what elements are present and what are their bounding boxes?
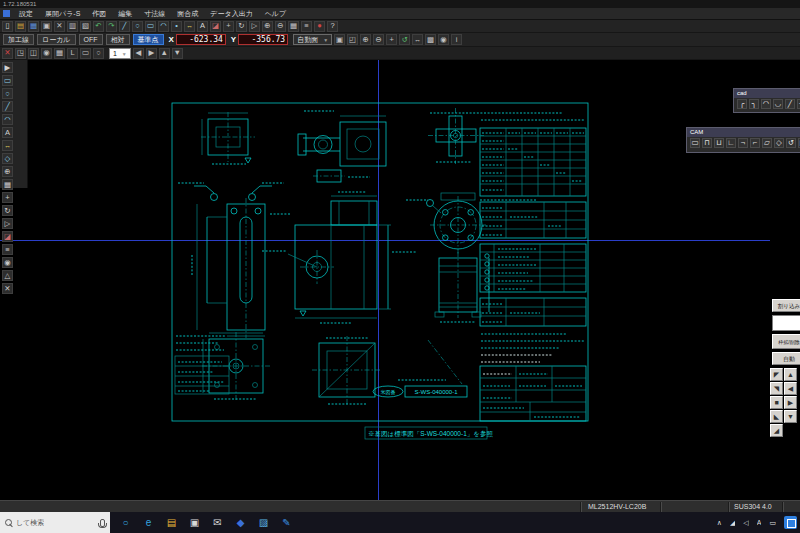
tray-ime-icon[interactable]: A — [757, 519, 762, 526]
delete-icon[interactable]: ✕ — [2, 48, 13, 59]
x-coordinate-field[interactable]: -623.34 — [176, 34, 226, 45]
y-coordinate-field[interactable]: -356.73 — [238, 34, 288, 45]
cad-panel-title[interactable]: cad — [734, 89, 800, 98]
datum-icon[interactable]: △ — [2, 270, 13, 281]
menu-dimension[interactable]: 寸法線 — [138, 8, 171, 19]
local-button[interactable]: ローカル — [37, 34, 76, 45]
camera-icon[interactable]: ◉ — [438, 34, 449, 45]
copy-icon[interactable]: ▥ — [67, 21, 78, 32]
redraw-icon[interactable]: ↺ — [399, 34, 410, 45]
notch-down-icon[interactable]: ⊔ — [714, 138, 724, 148]
dimension-icon[interactable]: ↔ — [184, 21, 195, 32]
tray-chevron-icon[interactable]: ∧ — [717, 519, 722, 526]
corner2-icon[interactable]: ¬ — [738, 138, 748, 148]
pad-center-icon[interactable]: ■ — [770, 396, 783, 409]
zoom-out-icon[interactable]: ⊖ — [275, 21, 286, 32]
drawing-canvas[interactable]: 米図番 S-WS-040000-1 ※基図は標準図「S-WS-040000-1」… — [0, 60, 800, 500]
print-icon[interactable]: ▣ — [41, 21, 52, 32]
pad-up-left-icon[interactable]: ◤ — [770, 368, 783, 381]
taskbar-pen-icon[interactable]: ✎ — [275, 512, 298, 533]
zoom-window-icon[interactable]: ◰ — [347, 34, 358, 45]
cam-panel-title[interactable]: CAM — [687, 128, 800, 137]
action-center-icon[interactable] — [784, 516, 797, 529]
redo-icon[interactable]: ↷ — [106, 21, 117, 32]
pad-down-icon[interactable]: ▼ — [784, 410, 797, 423]
select-mode-icon[interactable]: ▭ — [80, 48, 91, 59]
save-icon[interactable]: ▦ — [28, 21, 39, 32]
menu-data-io[interactable]: データ入出力 — [204, 8, 258, 19]
line-tool-icon[interactable]: ╱ — [119, 21, 130, 32]
snap-end-icon[interactable]: ◳ — [15, 48, 26, 59]
text-tool-icon[interactable]: A — [197, 21, 208, 32]
tray-volume-icon[interactable]: ◁ — [743, 519, 748, 526]
scale-combo[interactable]: 1 ▼ — [109, 48, 131, 59]
arc-down-icon[interactable]: ◡ — [773, 99, 783, 109]
menu-help[interactable]: ヘルプ — [259, 8, 293, 19]
frame-zoom-delete-button[interactable]: 枠拡/削除 — [772, 334, 800, 349]
pad-up-right-icon[interactable]: ◥ — [770, 382, 783, 395]
rect-tool-icon[interactable]: ▭ — [145, 21, 156, 32]
fit-view-icon[interactable]: ▣ — [334, 34, 345, 45]
mirror-icon[interactable]: ▷ — [249, 21, 260, 32]
side-list-box[interactable] — [772, 315, 800, 331]
zoom-in-icon[interactable]: ⊕ — [262, 21, 273, 32]
pad-down-left-icon[interactable]: ◣ — [770, 410, 783, 423]
grid-icon[interactable]: ▦ — [288, 21, 299, 32]
circle-tool-icon[interactable]: ○ — [132, 21, 143, 32]
pad-left-icon[interactable]: ◀ — [784, 382, 797, 395]
open-file-icon[interactable]: ▤ — [15, 21, 26, 32]
point-tool-icon[interactable]: • — [171, 21, 182, 32]
curve-tr-icon[interactable]: ╮ — [749, 99, 759, 109]
arc-icon[interactable]: ◠ — [2, 114, 13, 125]
menu-face-compose[interactable]: 面合成 — [171, 8, 204, 19]
rotate-icon[interactable]: ↻ — [236, 21, 247, 32]
arc-tool-icon[interactable]: ◠ — [158, 21, 169, 32]
notch-up-icon[interactable]: ⊓ — [702, 138, 712, 148]
taskbar-search-box[interactable]: して検索 — [0, 512, 110, 533]
pan-icon[interactable]: + — [386, 34, 397, 45]
pad-up-icon[interactable]: ▲ — [784, 368, 797, 381]
delete-icon[interactable]: ✕ — [2, 283, 13, 294]
ortho-icon[interactable]: L — [67, 48, 78, 59]
interrupt-button[interactable]: 割り込み — [772, 299, 800, 312]
dim-icon[interactable]: ↔ — [2, 140, 13, 151]
surface-mode-combo[interactable]: 自動面 ▼ — [293, 34, 332, 45]
layer-icon[interactable]: ≡ — [301, 21, 312, 32]
center-icon[interactable]: ◉ — [2, 257, 13, 268]
taskbar-mail-icon[interactable]: ✉ — [206, 512, 229, 533]
snap-mid-icon[interactable]: ◫ — [28, 48, 39, 59]
move-icon[interactable]: + — [2, 192, 13, 203]
slot-icon[interactable]: ▱ — [762, 138, 772, 148]
menu-unfold[interactable]: 展開パラ-S — [39, 8, 86, 19]
tray-battery-icon[interactable]: ▭ — [769, 519, 776, 526]
mark-red-icon[interactable]: ● — [314, 21, 325, 32]
corner3-icon[interactable]: ⌐ — [750, 138, 760, 148]
corner-icon[interactable]: ∟ — [726, 138, 736, 148]
zoom-out-icon[interactable]: ⊖ — [373, 34, 384, 45]
slant-line-icon[interactable]: ╱ — [785, 99, 795, 109]
lasso-icon[interactable]: ○ — [93, 48, 104, 59]
relative-button[interactable]: 相対 — [106, 34, 130, 45]
rect-icon[interactable]: ▭ — [2, 75, 13, 86]
rotate-icon[interactable]: ↻ — [2, 205, 13, 216]
snap-center-icon[interactable]: ◉ — [41, 48, 52, 59]
grid-icon[interactable]: ▦ — [2, 179, 13, 190]
line-icon[interactable]: ╱ — [2, 101, 13, 112]
tray-network-icon[interactable]: ◢ — [730, 519, 735, 526]
prev-view-icon[interactable]: ◀ — [133, 48, 144, 59]
taskbar-store-icon[interactable]: ▣ — [183, 512, 206, 533]
help-icon[interactable]: ? — [327, 21, 338, 32]
taskbar-edge-icon[interactable]: e — [137, 512, 160, 533]
info-icon[interactable]: i — [451, 34, 462, 45]
view-up-icon[interactable]: ▲ — [159, 48, 170, 59]
contour-icon[interactable]: ▭ — [690, 138, 700, 148]
curve-tl-icon[interactable]: ╭ — [737, 99, 747, 109]
pointer-icon[interactable]: ▶ — [2, 62, 13, 73]
snap-grid-icon[interactable]: ▦ — [54, 48, 65, 59]
pad-right-icon[interactable]: ▶ — [784, 396, 797, 409]
menu-draw[interactable]: 作図 — [86, 8, 112, 19]
taskbar-photos-icon[interactable]: ▨ — [252, 512, 275, 533]
retract-icon[interactable]: ↺ — [786, 138, 796, 148]
view-down-icon[interactable]: ▼ — [172, 48, 183, 59]
checker-icon[interactable]: ▩ — [425, 34, 436, 45]
